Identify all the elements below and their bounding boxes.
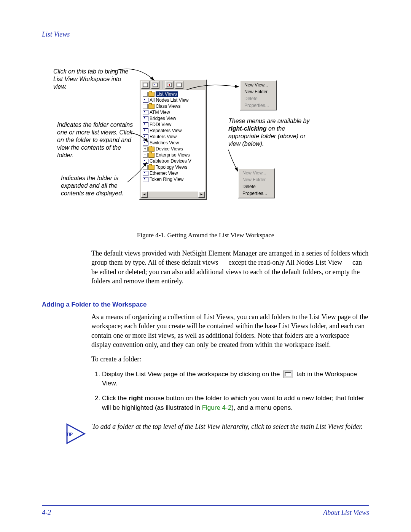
callout-menus: These menus are available by right-click… bbox=[228, 117, 312, 148]
menu-item-new-view[interactable]: New View... bbox=[241, 81, 276, 88]
menu-item-delete: Delete bbox=[241, 95, 276, 102]
tree-item[interactable]: Repeaters View bbox=[150, 128, 182, 133]
tab-separator bbox=[162, 81, 163, 89]
svg-rect-1 bbox=[153, 83, 158, 87]
menu-item-new-folder: New Folder bbox=[239, 176, 274, 183]
context-menu-view[interactable]: New View... New Folder Delete Properties… bbox=[238, 168, 275, 198]
tree-item[interactable]: FDDI View bbox=[150, 122, 171, 127]
callout-menus-bold: right-clicking bbox=[228, 125, 266, 132]
menu-item-new-folder[interactable]: New Folder bbox=[241, 88, 276, 95]
menu-item-delete[interactable]: Delete bbox=[239, 183, 274, 190]
tip-icon: TIP bbox=[65, 422, 88, 446]
workspace-tabbar bbox=[140, 80, 206, 90]
folder-icon bbox=[148, 147, 155, 152]
callout-menus-pre: These menus are available by bbox=[228, 118, 309, 124]
step-1: Display the List View page of the worksp… bbox=[102, 370, 369, 388]
figure-area: Click on this tab to bring the List View… bbox=[42, 68, 369, 228]
workspace-panel: −List Views All Nodes List View −Class V… bbox=[139, 79, 207, 200]
tree-item[interactable]: Enterprise Views bbox=[156, 152, 190, 158]
view-icon bbox=[143, 159, 148, 164]
tree-item[interactable]: Token Ring View bbox=[150, 177, 183, 182]
expand-icon[interactable]: + bbox=[143, 147, 148, 152]
callout-folder: Indicates the folder contains one or mor… bbox=[57, 121, 137, 159]
tree-item[interactable]: All Nodes List View bbox=[150, 97, 189, 103]
step-1-text-a: Display the List View page of the worksp… bbox=[102, 371, 282, 378]
step-2-bold: right bbox=[129, 395, 143, 402]
paragraph-to-create: To create a folder: bbox=[91, 355, 369, 364]
view-icon bbox=[143, 110, 148, 115]
paragraph-default-views: The default views provided with NetSight… bbox=[91, 249, 369, 286]
tree-root[interactable]: List Views bbox=[156, 91, 178, 97]
menu-item-properties: Properties... bbox=[241, 102, 276, 109]
svg-rect-2 bbox=[154, 84, 155, 85]
tab-button-1[interactable] bbox=[141, 81, 150, 89]
tab-button-4[interactable] bbox=[175, 81, 183, 89]
figure-reference: Figure 4-2 bbox=[202, 404, 231, 411]
tree-item[interactable]: Bridges View bbox=[150, 116, 176, 121]
view-icon bbox=[143, 128, 148, 133]
horizontal-scrollbar[interactable]: ◄ ► bbox=[141, 191, 205, 198]
tree-item[interactable]: ATM View bbox=[150, 110, 170, 115]
collapse-icon[interactable]: − bbox=[143, 153, 148, 158]
callout-expanded: Indicates the folder is expanded and all… bbox=[61, 174, 141, 197]
page-footer: 4-2 About List Views bbox=[42, 505, 369, 517]
tree-item[interactable]: Ethernet View bbox=[150, 171, 178, 176]
tip-text: To add a folder at the top level of the … bbox=[92, 422, 369, 431]
menu-item-properties[interactable]: Properties... bbox=[239, 190, 274, 197]
tab-button-listview[interactable] bbox=[151, 81, 159, 89]
tree-item[interactable]: Device Views bbox=[156, 146, 183, 152]
view-icon bbox=[143, 171, 148, 176]
step-2-text-c: ), and a menu opens. bbox=[231, 404, 293, 411]
tree-item[interactable]: Class Views bbox=[156, 104, 180, 109]
context-menu-folder[interactable]: New View... New Folder Delete Properties… bbox=[240, 80, 277, 110]
tree-item[interactable]: Cabletron Devices V bbox=[150, 158, 191, 164]
figure-caption: Figure 4-1. Getting Around the List View… bbox=[42, 232, 369, 239]
menu-item-new-view: New View... bbox=[239, 169, 274, 176]
folder-icon bbox=[148, 153, 155, 158]
svg-point-4 bbox=[169, 84, 170, 86]
collapse-icon[interactable]: − bbox=[143, 165, 148, 170]
view-icon bbox=[143, 116, 148, 121]
callout-tab: Click on this tab to bring the List View… bbox=[53, 68, 133, 91]
tree-item[interactable]: Routers View bbox=[150, 134, 177, 139]
tip-block: TIP To add a folder at the top level of … bbox=[65, 422, 369, 446]
view-icon bbox=[143, 98, 148, 103]
subsection-title: Adding a Folder to the Workspace bbox=[42, 301, 369, 308]
tree-body[interactable]: −List Views All Nodes List View −Class V… bbox=[141, 90, 205, 191]
tab-button-3[interactable] bbox=[165, 81, 174, 89]
header-rule bbox=[42, 41, 369, 41]
collapse-icon[interactable]: − bbox=[143, 104, 148, 109]
tip-label: TIP bbox=[66, 432, 73, 436]
folder-icon bbox=[148, 165, 155, 170]
page-header: List Views bbox=[42, 30, 369, 41]
folder-icon bbox=[148, 104, 155, 109]
svg-rect-0 bbox=[143, 83, 148, 87]
view-icon bbox=[143, 134, 148, 139]
listview-tab-icon bbox=[283, 371, 293, 378]
view-icon bbox=[143, 122, 148, 127]
footer-page-number: 4-2 bbox=[42, 509, 51, 517]
scroll-left-button[interactable]: ◄ bbox=[141, 192, 148, 198]
view-icon bbox=[143, 141, 148, 145]
header-title: List Views bbox=[42, 30, 70, 38]
step-2: Click the right mouse button on the fold… bbox=[102, 394, 369, 412]
steps-list: Display the List View page of the worksp… bbox=[91, 370, 369, 413]
paragraph-add-folder: As a means of organizing a collection of… bbox=[91, 312, 369, 349]
step-2-text-a: Click the bbox=[102, 395, 129, 402]
tree-item[interactable]: Topology Views bbox=[156, 165, 187, 170]
view-icon bbox=[143, 177, 148, 182]
tree-item[interactable]: Switches View bbox=[150, 140, 179, 145]
folder-icon bbox=[148, 92, 155, 97]
footer-section: About List Views bbox=[323, 509, 369, 517]
svg-rect-5 bbox=[177, 83, 182, 87]
collapse-icon[interactable]: − bbox=[143, 92, 148, 97]
scroll-right-button[interactable]: ► bbox=[198, 192, 205, 198]
